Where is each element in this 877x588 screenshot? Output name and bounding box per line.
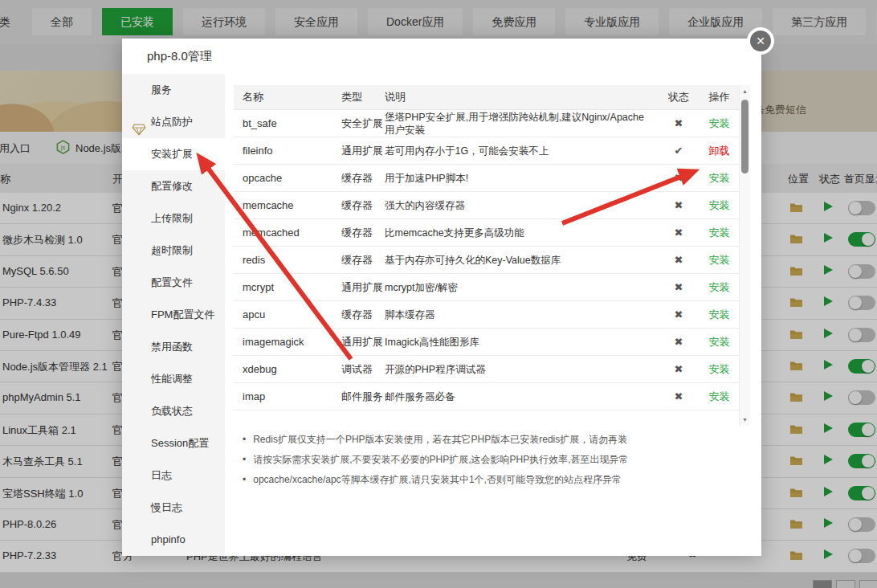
install-link[interactable]: 安装 [699,335,740,349]
sidebar-item-label: phpinfo [151,533,186,545]
install-link[interactable]: 安装 [699,390,740,404]
sidebar-item-13[interactable]: 日志 [122,459,225,492]
install-link[interactable]: 安装 [699,308,740,322]
scroll-down-icon[interactable]: ▼ [740,417,750,423]
sidebar-item-6[interactable]: 超时限制 [122,235,225,267]
extension-row: memcache缓存器强大的内容缓存器✖安装 [234,192,740,219]
sidebar-item-11[interactable]: 负载状态 [122,395,225,427]
extension-desc: 邮件服务器必备 [385,390,659,403]
sidebar-item-9[interactable]: 禁用函数 [122,331,225,363]
sidebar-item-label: 超时限制 [151,244,193,256]
extension-row: redis缓存器基于内存亦可持久化的Key-Value数据库✖安装 [234,247,740,274]
extension-name: redis [234,254,341,266]
extension-desc: mcrypt加密/解密 [385,281,659,294]
extension-type: 安全扩展 [341,116,385,131]
install-link[interactable]: 安装 [699,198,740,213]
status-not-installed-icon: ✖ [659,227,699,239]
status-not-installed-icon: ✖ [659,281,699,293]
sidebar-item-8[interactable]: FPM配置文件 [122,299,225,331]
dialog-sidebar: 服务站点防护安装扩展配置修改上传限制超时限制配置文件FPM配置文件禁用函数性能调… [122,74,225,556]
extension-desc: 若可用内存小于1G，可能会安装不上 [385,145,659,157]
extension-desc: 比memcache支持更多高级功能 [385,227,659,239]
scrollbar-thumb[interactable] [741,100,749,174]
extension-name: memcached [234,227,341,239]
extension-row: opcache缓存器用于加速PHP脚本!✖安装 [234,165,740,192]
extension-name: imagemagick [234,336,341,348]
bullet-icon: • [243,434,246,446]
install-link[interactable]: 安装 [699,116,740,131]
extension-type: 通用扩展 [341,144,385,158]
sidebar-item-label: 慢日志 [151,501,182,513]
extension-desc: 用于加速PHP脚本! [385,172,659,185]
extension-row: xdebug调试器开源的PHP程序调试器✖安装 [234,356,740,383]
extension-table-header: 名称 类型 说明 状态 操作 [234,85,740,110]
note-text: 请按实际需求安装扩展,不要安装不必要的PHP扩展,这会影响PHP执行效率,甚至出… [253,454,628,466]
sidebar-item-12[interactable]: Session配置 [122,427,225,459]
ext-col-status: 状态 [659,90,699,104]
sidebar-item-label: 服务 [151,84,172,96]
extension-name: xdebug [234,363,341,375]
extension-name: apcu [234,308,341,321]
sidebar-item-label: 负载状态 [151,405,193,417]
sidebar-item-7[interactable]: 配置文件 [122,267,225,299]
extension-row: imap邮件服务邮件服务器必备✖安装 [234,383,740,410]
note-text: opcache/xcache/apc等脚本缓存扩展,请只安装其中1个,否则可能导… [253,474,622,486]
sidebar-item-1[interactable]: 服务 [122,74,225,106]
status-not-installed-icon: ✖ [659,254,699,266]
install-link[interactable]: 安装 [699,226,740,240]
extension-name: bt_safe [234,117,341,129]
sidebar-item-2[interactable]: 站点防护 [122,106,225,138]
status-not-installed-icon: ✖ [659,363,699,375]
install-link[interactable]: 安装 [699,171,740,186]
sidebar-item-10[interactable]: 性能调整 [122,363,225,395]
extension-desc: 堡塔PHP安全扩展,用于增强防跨站机制,建议Nginx/Apache用户安装 [385,111,659,137]
ext-col-desc: 说明 [385,90,659,104]
sidebar-item-label: FPM配置文件 [151,308,214,321]
ext-col-type: 类型 [341,90,385,104]
extension-desc: 开源的PHP程序调试器 [385,363,659,376]
extension-row: imagemagick通用扩展Imagick高性能图形库✖安装 [234,329,740,356]
sidebar-item-label: 站点防护 [151,116,193,128]
extension-type: 缓存器 [341,226,385,240]
dialog-title: php-8.0管理 [147,49,212,64]
dialog-content: 名称 类型 说明 状态 操作 bt_safe安全扩展堡塔PHP安全扩展,用于增强… [225,74,761,556]
status-not-installed-icon: ✖ [659,336,699,348]
extension-table: 名称 类型 说明 状态 操作 bt_safe安全扩展堡塔PHP安全扩展,用于增强… [234,85,740,426]
close-icon[interactable]: ✕ [750,31,771,51]
sidebar-item-label: 禁用函数 [151,341,193,353]
sidebar-item-label: 配置修改 [151,180,193,192]
extension-name: imap [234,390,341,402]
install-link[interactable]: 安装 [699,280,740,295]
install-link[interactable]: 安装 [699,362,740,377]
sidebar-item-15[interactable]: phpinfo [122,524,225,556]
extension-type: 调试器 [341,362,385,377]
php-manage-dialog: php-8.0管理 服务站点防护安装扩展配置修改上传限制超时限制配置文件FPM配… [122,39,761,556]
extension-row: mcrypt通用扩展mcrypt加密/解密✖安装 [234,274,740,301]
scroll-up-icon[interactable]: ▲ [740,88,750,94]
sidebar-item-label: 安装扩展 [151,148,193,160]
status-not-installed-icon: ✖ [659,390,699,402]
dialog-scrollbar[interactable]: ▲ ▼ [739,85,750,426]
note-text: Redis扩展仅支持一个PHP版本安装使用，若在其它PHP版本已安装redis扩… [253,434,627,446]
extension-type: 通用扩展 [341,280,385,295]
sidebar-item-3[interactable]: 安装扩展 [122,138,225,170]
note-item: •opcache/xcache/apc等脚本缓存扩展,请只安装其中1个,否则可能… [243,474,629,486]
extension-desc: 脚本缓存器 [385,308,659,321]
bullet-icon: • [243,454,246,466]
extension-row: memcached缓存器比memcache支持更多高级功能✖安装 [234,219,740,247]
extension-type: 邮件服务 [341,390,385,404]
sidebar-item-label: 配置文件 [151,276,193,288]
dialog-header: php-8.0管理 [122,39,761,74]
note-item: •请按实际需求安装扩展,不要安装不必要的PHP扩展,这会影响PHP执行效率,甚至… [243,454,629,466]
sidebar-item-label: 性能调整 [151,373,193,385]
close-button[interactable]: ✕ [747,27,774,55]
sidebar-item-4[interactable]: 配置修改 [122,170,225,202]
uninstall-link[interactable]: 卸载 [699,144,740,158]
extension-name: mcrypt [234,281,341,293]
extension-name: opcache [234,172,341,184]
install-link[interactable]: 安装 [699,253,740,267]
sidebar-item-label: 上传限制 [151,212,193,224]
sidebar-item-5[interactable]: 上传限制 [122,202,225,235]
sidebar-item-14[interactable]: 慢日志 [122,492,225,524]
extension-desc: Imagick高性能图形库 [385,336,659,349]
